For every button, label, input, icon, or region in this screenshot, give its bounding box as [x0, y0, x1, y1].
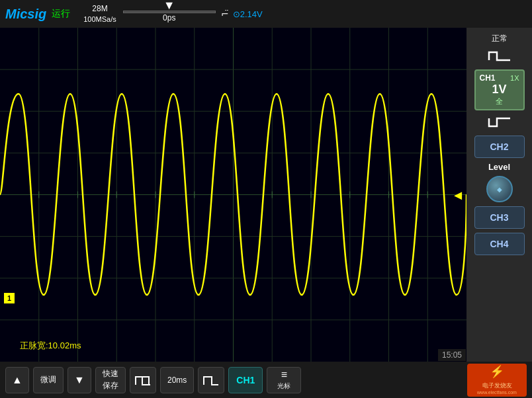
fine-adjust-button[interactable]: 微调: [33, 367, 64, 393]
ch4-label: CH4: [490, 239, 508, 249]
trigger-voltage: ⊙2.14V: [233, 9, 263, 19]
probe-label: 1X: [510, 74, 519, 82]
cursor-icon: ≡: [281, 369, 287, 381]
electrofans-logo: ⚡ 电子发烧友 www.electfans.com: [467, 364, 527, 397]
timebase-area: 28M 100MSa/s: [83, 4, 116, 24]
ch1-voltage: 1V: [480, 83, 519, 97]
ch3-label: CH3: [490, 212, 508, 223]
trigger-top-arrow: ▼: [163, 0, 175, 13]
quick-save-line1: 快速: [103, 368, 118, 379]
up-button[interactable]: ▲: [5, 367, 29, 393]
quick-save-button[interactable]: 快速 保存: [95, 367, 126, 393]
ch1-button[interactable]: CH1 1X 1V 全: [474, 69, 525, 110]
right-sidebar: 正常 CH1 1X 1V 全 CH2 Level CH3 CH4: [466, 28, 532, 362]
ch3-button[interactable]: CH3: [474, 206, 525, 229]
bottom-toolbar: ▲ 微调 ▼ 快速 保存 20ms CH1 ≡ 光标 ⚡ 电子发烧友: [0, 362, 532, 398]
ch1-level-marker: 1: [4, 293, 15, 303]
run-status: 运行: [52, 8, 70, 20]
ch1-button-label: CH1: [480, 73, 496, 83]
electrofans-area: ⚡ 电子发烧友 www.electfans.com: [467, 364, 527, 397]
down-button[interactable]: ▼: [67, 367, 91, 393]
waveform-display: [0, 28, 466, 362]
time-bar-area: ▼ 0ps: [123, 5, 216, 22]
sample-rate-top: 28M: [92, 4, 107, 15]
ch1-waveform: [0, 94, 466, 295]
electrofans-name: 电子发烧友: [482, 381, 512, 390]
level-knob[interactable]: [486, 176, 513, 202]
trigger-info: ⌐̈ ⊙2.14V: [221, 9, 263, 19]
electrofans-url: www.electfans.com: [477, 389, 517, 396]
time-display: 15:05: [438, 349, 466, 361]
fine-label: 微调: [40, 374, 56, 385]
ch2-label: CH2: [490, 141, 508, 152]
trigger-shape-icon: ⌐̈: [221, 9, 229, 19]
time-value: 20ms: [167, 376, 187, 385]
level-label: Level: [488, 162, 510, 172]
cursor-label: 光标: [277, 381, 290, 391]
ch2-button[interactable]: CH2: [474, 136, 525, 158]
ch4-button[interactable]: CH4: [474, 233, 525, 255]
quick-save-line2: 保存: [103, 380, 118, 391]
scope-area: 1 ◄ 正脉宽:10.02ms: [0, 28, 466, 362]
trigger-level-arrow: ◄: [451, 187, 465, 202]
trigger-down-icon: [486, 114, 513, 132]
measurement-display: 正脉宽:10.02ms: [20, 340, 81, 352]
header-bar: Micsig 运行 28M 100MSa/s ▼ 0ps ⌐̈ ⊙2.14V: [0, 0, 532, 28]
ch1-toolbar-button[interactable]: CH1: [228, 367, 263, 393]
electrofans-icon: ⚡: [490, 364, 504, 380]
cursor-button[interactable]: ≡ 光标: [267, 367, 301, 393]
wave-right-button[interactable]: [198, 367, 224, 393]
time-offset: 0ps: [163, 13, 175, 22]
trigger-up-icon: [486, 48, 513, 65]
ch1-full-label: 全: [480, 97, 519, 106]
wave-left-button[interactable]: [130, 367, 156, 393]
ch1-toolbar-label: CH1: [236, 375, 255, 385]
up-icon: ▲: [12, 374, 22, 386]
down-icon: ▼: [74, 374, 85, 386]
normal-label: 正常: [492, 33, 508, 44]
sample-rate-bot: 100MSa/s: [83, 15, 116, 24]
time-value-display: 20ms: [160, 367, 194, 393]
logo: Micsig: [5, 7, 46, 22]
